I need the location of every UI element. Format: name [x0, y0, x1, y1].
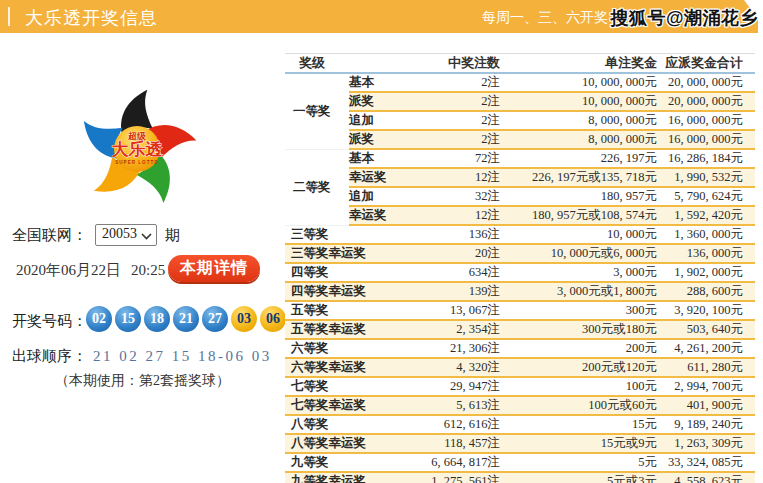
winning-bets-value: 29, 947注: [415, 377, 500, 396]
winning-bets-value: 72注: [415, 149, 500, 168]
chevron-down-icon: [141, 233, 152, 240]
single-prize-value: 3, 000元或1, 800元: [500, 282, 657, 301]
table-row: 八等奖612, 616注15元9, 189, 240元: [285, 415, 755, 434]
total-payout-value: 288, 600元: [657, 282, 755, 301]
prize-table: 奖级 中奖注数 单注奖金 应派奖金合计 一等奖基本2注10, 000, 000元…: [285, 53, 755, 483]
single-prize-value: 8, 000, 000元: [500, 130, 657, 149]
prize-level-name: 九等奖幸运奖: [285, 472, 415, 483]
single-prize-value: 300元或180元: [500, 320, 657, 339]
single-prize-value: 10, 000, 000元: [500, 73, 657, 92]
logo-sub-text: SUPER LOTTO: [115, 160, 159, 165]
prize-sub-type: 基本: [349, 73, 415, 92]
prize-level-name: 四等奖: [285, 263, 415, 282]
total-payout-value: 33, 324, 085元: [657, 453, 755, 472]
table-row: 追加2注8, 000, 000元16, 000, 000元: [285, 111, 755, 130]
table-header-row: 奖级 中奖注数 单注奖金 应派奖金合计: [285, 54, 755, 74]
col-header-total: 应派奖金合计: [657, 54, 755, 74]
single-prize-value: 200元或120元: [500, 358, 657, 377]
front-ball: 21: [173, 306, 199, 332]
winning-bets-value: 612, 616注: [415, 415, 500, 434]
table-row: 派奖2注10, 000, 000元20, 000, 000元: [285, 92, 755, 111]
prize-sub-type: 追加: [349, 187, 415, 206]
winning-bets-value: 2注: [415, 92, 500, 111]
table-row: 六等奖幸运奖4, 320注200元或120元611, 280元: [285, 358, 755, 377]
col-header-level: 奖级: [285, 54, 415, 74]
single-prize-value: 8, 000, 000元: [500, 111, 657, 130]
single-prize-value: 10, 000元: [500, 225, 657, 244]
ball-order-row: 出球顺序：21 02 27 15 18-06 03: [12, 347, 272, 366]
total-payout-value: 4, 261, 200元: [657, 339, 755, 358]
total-payout-value: 1, 990, 532元: [657, 168, 755, 187]
table-row: 派奖2注8, 000, 000元16, 000, 000元: [285, 130, 755, 149]
prize-level-name: 八等奖幸运奖: [285, 434, 415, 453]
network-label: 全国联网：: [12, 227, 87, 243]
table-row: 一等奖基本2注10, 000, 000元20, 000, 000元: [285, 73, 755, 92]
prize-level-name: 四等奖幸运奖: [285, 282, 415, 301]
single-prize-value: 180, 957元: [500, 187, 657, 206]
current-detail-button[interactable]: 本期详情: [168, 255, 260, 282]
total-payout-value: 1, 263, 309元: [657, 434, 755, 453]
total-payout-value: 136, 000元: [657, 244, 755, 263]
table-row: 二等奖基本72注226, 197元16, 286, 184元: [285, 149, 755, 168]
total-payout-value: 20, 000, 000元: [657, 73, 755, 92]
total-payout-value: 16, 286, 184元: [657, 149, 755, 168]
prize-level-name: 八等奖: [285, 415, 415, 434]
prize-level-group: 一等奖: [285, 73, 349, 149]
table-row: 九等奖幸运奖1, 275, 561注5元或3元4, 558, 623元: [285, 472, 755, 483]
winning-bets-value: 139注: [415, 282, 500, 301]
issue-select[interactable]: 20053: [95, 224, 157, 246]
prize-sub-type: 幸运奖: [349, 168, 415, 187]
single-prize-value: 5元或3元: [500, 472, 657, 483]
single-prize-value: 100元或60元: [500, 396, 657, 415]
prize-level-name: 五等奖: [285, 301, 415, 320]
prize-sub-type: 派奖: [349, 130, 415, 149]
single-prize-value: 15元或9元: [500, 434, 657, 453]
single-prize-value: 300元: [500, 301, 657, 320]
single-prize-value: 3, 000元: [500, 263, 657, 282]
winning-bets-value: 136注: [415, 225, 500, 244]
super-lotto-logo: 超级 大乐透 SUPER LOTTO: [74, 86, 200, 212]
total-payout-value: 16, 000, 000元: [657, 111, 755, 130]
col-header-count: 中奖注数: [415, 54, 500, 74]
winning-bets-value: 13, 067注: [415, 301, 500, 320]
prize-sub-type: 派奖: [349, 92, 415, 111]
total-payout-value: 503, 640元: [657, 320, 755, 339]
single-prize-value: 10, 000元或6, 000元: [500, 244, 657, 263]
back-ball: 06: [260, 306, 286, 332]
table-row: 幸运奖12注226, 197元或135, 718元1, 990, 532元: [285, 168, 755, 187]
draw-date-row: 2020年06月22日20:25: [16, 261, 165, 280]
header-accent-line: [8, 7, 10, 26]
prize-level-name: 六等奖: [285, 339, 415, 358]
single-prize-value: 5元: [500, 453, 657, 472]
table-row: 三等奖幸运奖20注10, 000元或6, 000元136, 000元: [285, 244, 755, 263]
order-label: 出球顺序：: [12, 348, 87, 364]
prize-level-group: 二等奖: [285, 149, 349, 225]
draw-time: 20:25: [131, 262, 165, 278]
prize-table-body: 一等奖基本2注10, 000, 000元20, 000, 000元派奖2注10,…: [285, 73, 755, 483]
table-row: 四等奖幸运奖139注3, 000元或1, 800元288, 600元: [285, 282, 755, 301]
prize-level-name: 三等奖: [285, 225, 415, 244]
winning-bets-value: 1, 275, 561注: [415, 472, 500, 483]
single-prize-value: 180, 957元或108, 574元: [500, 206, 657, 225]
table-row: 八等奖幸运奖118, 457注15元或9元1, 263, 309元: [285, 434, 755, 453]
single-prize-value: 226, 197元或135, 718元: [500, 168, 657, 187]
prize-level-name: 六等奖幸运奖: [285, 358, 415, 377]
total-payout-value: 20, 000, 000元: [657, 92, 755, 111]
sohu-watermark: 搜狐号@潮涌花乡: [610, 6, 758, 30]
draw-schedule-text: 每周一、三、六开奖: [482, 9, 608, 27]
table-row: 幸运奖12注180, 957元或108, 574元1, 592, 420元: [285, 206, 755, 225]
total-payout-value: 2, 994, 700元: [657, 377, 755, 396]
prize-sub-type: 幸运奖: [349, 206, 415, 225]
winning-bets-value: 5, 613注: [415, 396, 500, 415]
total-payout-value: 401, 900元: [657, 396, 755, 415]
back-ball: 03: [231, 306, 257, 332]
table-row: 五等奖幸运奖2, 354注300元或180元503, 640元: [285, 320, 755, 339]
col-header-prize: 单注奖金: [500, 54, 657, 74]
single-prize-value: 200元: [500, 339, 657, 358]
table-row: 七等奖幸运奖5, 613注100元或60元401, 900元: [285, 396, 755, 415]
issue-row: 全国联网： 20053 期: [12, 224, 180, 246]
machine-note: （本期使用：第2套摇奖球）: [55, 372, 230, 390]
total-payout-value: 3, 920, 100元: [657, 301, 755, 320]
table-row: 三等奖136注10, 000元1, 360, 000元: [285, 225, 755, 244]
winning-bets-value: 2注: [415, 111, 500, 130]
